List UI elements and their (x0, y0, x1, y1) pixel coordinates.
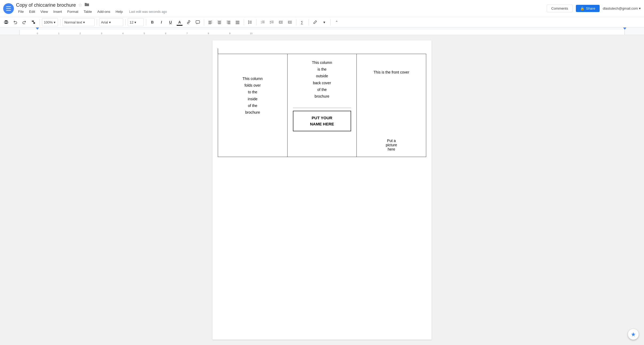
ruler-mark-2: 2 (79, 32, 81, 35)
svg-point-3 (7, 22, 8, 22)
ruler-mark-4: 4 (122, 32, 123, 35)
undo-button[interactable] (11, 18, 19, 26)
comment-button[interactable] (194, 18, 202, 26)
share-button[interactable]: 🔒 Share (576, 5, 600, 12)
svg-rect-11 (218, 22, 221, 22)
svg-text:2.: 2. (261, 22, 262, 24)
lock-icon: 🔒 (580, 6, 584, 10)
font-name-dropdown[interactable]: Arial ▾ (99, 18, 123, 26)
col2-content: This column is the outside back cover of… (293, 59, 351, 131)
align-center-button[interactable] (215, 18, 223, 26)
toolbar-separator-1 (40, 19, 40, 25)
paint-format-button[interactable] (29, 18, 37, 26)
zoom-dropdown-icon: ▾ (54, 20, 56, 24)
user-account[interactable]: dlastutech@gmail.com ▾ (603, 6, 641, 10)
toolbar-separator-2 (60, 19, 60, 25)
ruler-mark-0: 0 (37, 32, 38, 35)
share-label: Share (586, 6, 595, 10)
link-button[interactable] (185, 18, 193, 26)
font-name-dropdown-icon: ▾ (109, 20, 111, 24)
pen-button[interactable] (311, 18, 319, 26)
ruler-mark-6: 6 (165, 32, 166, 35)
col3-content: This is the front cover Put a picture he… (362, 59, 421, 151)
menu-insert[interactable]: Insert (51, 9, 64, 15)
svg-point-30 (270, 23, 271, 24)
font-style-value: Normal text (64, 20, 82, 24)
numbered-list-button[interactable]: 1.2. (259, 18, 267, 26)
ruler-mark-3: 3 (101, 32, 102, 35)
toolbar-separator-3 (97, 19, 97, 25)
svg-rect-7 (208, 22, 211, 22)
align-right-button[interactable] (224, 18, 232, 26)
bulleted-list-button[interactable] (268, 18, 276, 26)
svg-text:∑: ∑ (301, 20, 303, 24)
bold-button[interactable]: B (148, 18, 156, 26)
document-page: This column folds over to the inside of … (212, 40, 432, 340)
justify-button[interactable] (234, 18, 242, 26)
formula-button[interactable]: ∑ (298, 18, 307, 26)
toolbar-separator-11 (330, 19, 331, 25)
svg-rect-21 (236, 24, 239, 24)
toolbar-separator-9 (296, 19, 296, 25)
document-title[interactable]: Copy of chiccarine brochure (16, 2, 76, 8)
svg-rect-13 (218, 24, 221, 24)
menu-format[interactable]: Format (65, 9, 80, 15)
top-bar: Copy of chiccarine brochure ☆ File Edit … (0, 0, 644, 17)
ruler-mark-10: 10 (250, 32, 253, 35)
print-button[interactable] (2, 18, 10, 26)
text-cursor (218, 48, 218, 54)
font-size-value: 12 (130, 20, 133, 24)
table-row: This column folds over to the inside of … (218, 54, 426, 157)
svg-rect-8 (208, 23, 212, 23)
folder-icon[interactable] (84, 3, 89, 7)
zoom-dropdown[interactable]: 100% ▾ (42, 18, 58, 26)
menu-table[interactable]: Table (82, 9, 94, 15)
font-size-dropdown[interactable]: 12 ▾ (128, 18, 144, 26)
svg-rect-27 (262, 21, 265, 22)
decrease-indent-button[interactable] (277, 18, 285, 26)
font-style-dropdown[interactable]: Normal text ▾ (63, 18, 95, 26)
col1-text: This column folds over to the inside of … (223, 59, 282, 116)
svg-rect-4 (33, 22, 35, 24)
increase-indent-button[interactable] (286, 18, 294, 26)
col2-divider (293, 108, 351, 108)
text-color-button[interactable]: A (176, 18, 184, 26)
zoom-value: 100% (44, 20, 53, 24)
italic-button[interactable]: I (157, 18, 165, 26)
underline-button[interactable]: U (166, 18, 174, 26)
line-spacing-button[interactable] (246, 18, 254, 26)
menu-view[interactable]: View (38, 9, 50, 15)
svg-rect-14 (227, 21, 230, 21)
document-title-area: Copy of chiccarine brochure ☆ File Edit … (16, 2, 547, 15)
last-edit-status: Last edit was seconds ago (129, 10, 167, 14)
col2-top-text: This column is the outside back cover of… (293, 59, 351, 105)
align-left-button[interactable] (206, 18, 214, 26)
svg-rect-16 (227, 23, 230, 23)
toolbar-separator-6 (204, 19, 204, 25)
name-box[interactable]: PUT YOUR NAME HERE (293, 111, 351, 131)
ruler-mark-5: 5 (143, 32, 145, 35)
main-content[interactable]: This column folds over to the inside of … (0, 35, 644, 345)
star-icon[interactable]: ☆ (78, 2, 82, 8)
text-color-bar (177, 25, 183, 26)
ruler: 0 1 2 3 4 5 6 7 8 9 10 (0, 28, 644, 35)
collapse-toolbar-button[interactable]: ⌃ (333, 18, 341, 26)
toolbar-separator-10 (309, 19, 309, 25)
pen-dropdown[interactable]: ▾ (320, 18, 328, 26)
menu-bar: File Edit View Insert Format Table Add-o… (16, 9, 547, 15)
menu-file[interactable]: File (16, 9, 26, 15)
menu-edit[interactable]: Edit (27, 9, 37, 15)
svg-rect-6 (208, 21, 212, 21)
table-cell-col1[interactable]: This column folds over to the inside of … (218, 54, 288, 157)
hamburger-button[interactable] (3, 3, 14, 14)
smart-compose-button[interactable] (628, 329, 639, 340)
redo-button[interactable] (20, 18, 28, 26)
toolbar-separator-4 (125, 19, 126, 25)
toolbar: 100% ▾ Normal text ▾ Arial ▾ 12 ▾ B I U … (0, 17, 644, 28)
comments-button[interactable]: Comments (547, 5, 573, 12)
menu-help[interactable]: Help (114, 9, 125, 15)
ruler-mark-8: 8 (208, 32, 209, 35)
menu-addons[interactable]: Add-ons (95, 9, 112, 15)
table-cell-col3[interactable]: This is the front cover Put a picture he… (357, 54, 426, 157)
table-cell-col2[interactable]: This column is the outside back cover of… (287, 54, 357, 157)
